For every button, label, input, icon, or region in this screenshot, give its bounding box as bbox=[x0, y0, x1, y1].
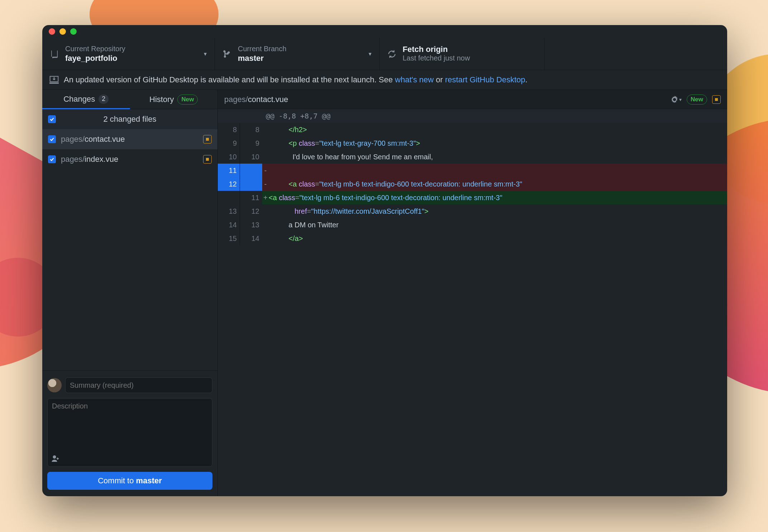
app-window: Current Repository faye_portfolio ▾ Curr… bbox=[42, 25, 727, 496]
update-banner: An updated version of GitHub Desktop is … bbox=[42, 70, 727, 90]
diff-line[interactable]: 11+<a class="text-lg mb-6 text-indigo-60… bbox=[218, 191, 727, 204]
svg-point-0 bbox=[53, 455, 56, 459]
diff-line[interactable]: 88 </h2> bbox=[218, 123, 727, 136]
fetch-sub: Last fetched just now bbox=[403, 54, 470, 62]
minimize-dot[interactable] bbox=[59, 28, 66, 35]
diff-line[interactable]: 1312 href="https://twitter.com/JavaScrip… bbox=[218, 204, 727, 218]
tab-changes[interactable]: Changes 2 bbox=[42, 90, 130, 109]
diff-path-name: contact.vue bbox=[248, 95, 288, 104]
file-list: 2 changed files pages/contact.vuepages/i… bbox=[42, 109, 217, 371]
diff-settings-icon[interactable]: ▾ bbox=[671, 96, 682, 103]
new-badge: New bbox=[177, 95, 198, 105]
branch-value: master bbox=[238, 54, 287, 63]
file-list-count: 2 changed files bbox=[104, 115, 157, 124]
diff-new-badge: New bbox=[687, 95, 707, 105]
diff-line[interactable]: 11- bbox=[218, 164, 727, 177]
summary-input[interactable] bbox=[65, 377, 212, 393]
file-row[interactable]: pages/contact.vue bbox=[42, 129, 217, 149]
commit-form: Commit to master bbox=[42, 371, 217, 496]
repo-icon bbox=[50, 50, 59, 58]
select-all-checkbox[interactable] bbox=[48, 115, 56, 123]
commit-button[interactable]: Commit to master bbox=[47, 472, 212, 490]
hunk-header: @@ -8,8 +8,7 @@ bbox=[218, 109, 727, 123]
tab-changes-label: Changes bbox=[63, 95, 95, 104]
diff-line[interactable]: 12- <a class="text-lg mb-6 text-indigo-6… bbox=[218, 177, 727, 191]
diff-panel: pages/contact.vue ▾ New @@ -8,8 +8,7 @@ … bbox=[218, 90, 727, 496]
branch-icon bbox=[223, 50, 231, 58]
file-checkbox[interactable] bbox=[48, 135, 56, 143]
fetch-button[interactable]: Fetch origin Last fetched just now bbox=[380, 38, 544, 70]
file-row[interactable]: pages/index.vue bbox=[42, 149, 217, 169]
diff-line[interactable]: 1514 </a> bbox=[218, 232, 727, 245]
file-checkbox[interactable] bbox=[48, 155, 56, 163]
file-path: pages/contact.vue bbox=[61, 135, 125, 144]
repo-label: Current Repository bbox=[65, 45, 125, 53]
modified-icon bbox=[712, 95, 721, 104]
tab-history-label: History bbox=[149, 95, 174, 104]
changes-count: 2 bbox=[99, 95, 109, 104]
diff-path-dir: pages/ bbox=[224, 95, 248, 104]
sync-icon bbox=[388, 50, 396, 58]
toolbar: Current Repository faye_portfolio ▾ Curr… bbox=[42, 38, 727, 70]
sidebar: Changes 2 History New 2 changed files pa… bbox=[42, 90, 218, 496]
branch-switcher[interactable]: Current Branch master ▾ bbox=[215, 38, 380, 70]
tab-history[interactable]: History New bbox=[130, 90, 218, 109]
restart-link[interactable]: restart GitHub Desktop bbox=[445, 75, 525, 84]
titlebar bbox=[42, 25, 727, 38]
zoom-dot[interactable] bbox=[70, 28, 77, 35]
description-input[interactable] bbox=[48, 398, 212, 452]
whats-new-link[interactable]: what's new bbox=[395, 75, 434, 84]
branch-label: Current Branch bbox=[238, 45, 287, 53]
diff-header: pages/contact.vue ▾ New bbox=[218, 90, 727, 109]
sidebar-tabs: Changes 2 History New bbox=[42, 90, 217, 109]
diff-line[interactable]: 1010 I'd love to hear from you! Send me … bbox=[218, 150, 727, 164]
repo-value: faye_portfolio bbox=[65, 54, 125, 63]
chevron-down-icon: ▾ bbox=[204, 50, 207, 57]
chevron-down-icon: ▾ bbox=[369, 50, 371, 57]
avatar bbox=[47, 378, 62, 392]
repo-switcher[interactable]: Current Repository faye_portfolio ▾ bbox=[42, 38, 215, 70]
add-coauthor-icon[interactable] bbox=[51, 454, 60, 463]
modified-icon bbox=[203, 135, 212, 144]
modified-icon bbox=[203, 155, 212, 164]
diff-line[interactable]: 99 <p class="text-lg text-gray-700 sm:mt… bbox=[218, 136, 727, 150]
file-list-header: 2 changed files bbox=[42, 109, 217, 129]
close-dot[interactable] bbox=[49, 28, 55, 35]
desktop-download-icon bbox=[49, 75, 59, 84]
fetch-title: Fetch origin bbox=[403, 45, 470, 54]
diff-line[interactable]: 1413 a DM on Twitter bbox=[218, 218, 727, 232]
file-path: pages/index.vue bbox=[61, 155, 118, 164]
banner-text: An updated version of GitHub Desktop is … bbox=[64, 75, 527, 84]
toolbar-spacer bbox=[544, 38, 727, 70]
